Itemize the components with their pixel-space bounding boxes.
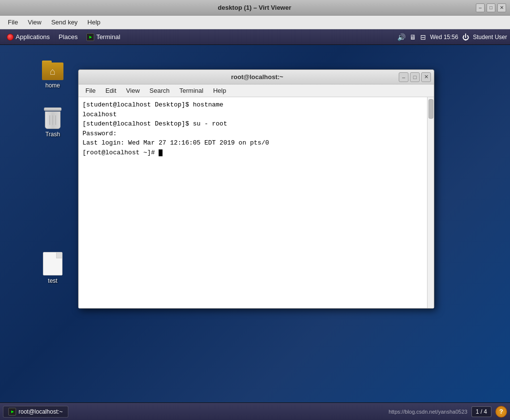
- taskbar-terminal-item[interactable]: ▶ root@localhost:~: [3, 406, 68, 418]
- menu-sendkey[interactable]: Send key: [47, 17, 82, 27]
- term-menu-search[interactable]: Search: [145, 86, 173, 95]
- volume-icon[interactable]: 🔊: [397, 33, 406, 41]
- terminal-label: Terminal: [96, 33, 120, 41]
- applications-label: Applications: [16, 33, 50, 41]
- terminal-titlebar: root@localhost:~ – □ ✕: [79, 70, 434, 84]
- terminal-window-controls: – □ ✕: [399, 72, 431, 82]
- term-menu-file[interactable]: File: [82, 86, 100, 95]
- taskbar-url: https://blog.csdn.net/yansha0523: [388, 409, 467, 415]
- desktop-icon-trash[interactable]: Trash: [33, 104, 72, 140]
- panel-terminal[interactable]: ▶ Terminal: [82, 32, 124, 42]
- panel-left: Applications Places ▶ Terminal: [3, 32, 124, 42]
- window-controls: – □ ✕: [476, 3, 506, 12]
- panel-right: 🔊 🖥 ⊟ Wed 15:56 ⏻ Student User: [397, 33, 507, 41]
- window-title: desktop (1) – Virt Viewer: [33, 4, 476, 11]
- terminal-content[interactable]: [student@localhost Desktop]$ hostname lo…: [79, 97, 434, 308]
- close-button[interactable]: ✕: [497, 3, 506, 12]
- terminal-menubar: File Edit View Search Terminal Help: [79, 84, 434, 97]
- home-icon-label: home: [45, 82, 60, 89]
- gnome-panel: Applications Places ▶ Terminal 🔊 🖥 ⊟ Wed…: [0, 29, 510, 45]
- terminal-scrollbar[interactable]: [427, 97, 434, 308]
- clock: Wed 15:56: [430, 34, 458, 41]
- term-menu-terminal[interactable]: Terminal: [176, 86, 207, 95]
- network-icon[interactable]: ⊟: [420, 33, 426, 41]
- menu-view[interactable]: View: [24, 17, 45, 27]
- menu-file[interactable]: File: [4, 17, 22, 27]
- title-bar: desktop (1) – Virt Viewer – □ ✕: [0, 0, 510, 16]
- trash-icon: [41, 105, 64, 129]
- taskbar: ▶ root@localhost:~ https://blog.csdn.net…: [0, 402, 510, 420]
- term-menu-view[interactable]: View: [122, 86, 143, 95]
- terminal-icon: ▶: [86, 33, 94, 41]
- applications-icon: [7, 34, 14, 41]
- panel-applications[interactable]: Applications: [3, 32, 54, 42]
- taskbar-terminal-label: root@localhost:~: [19, 408, 63, 415]
- taskbar-right: https://blog.csdn.net/yansha0523 1 / 4 ?: [388, 406, 507, 418]
- display-icon[interactable]: 🖥: [409, 33, 416, 41]
- menu-help[interactable]: Help: [83, 17, 104, 27]
- desktop-icon-test[interactable]: test: [33, 250, 72, 286]
- user-label: Student User: [473, 34, 507, 41]
- page-indicator: 1 / 4: [471, 406, 491, 417]
- panel-places[interactable]: Places: [55, 32, 82, 42]
- term-menu-help[interactable]: Help: [209, 86, 230, 95]
- taskbar-left: ▶ root@localhost:~: [3, 406, 68, 418]
- term-menu-edit[interactable]: Edit: [102, 86, 120, 95]
- terminal-maximize-button[interactable]: □: [410, 72, 420, 82]
- terminal-window-title: root@localhost:~: [116, 73, 399, 81]
- terminal-close-button[interactable]: ✕: [421, 72, 431, 82]
- desktop: ⌂ home Trash test: [0, 45, 510, 402]
- logout-icon[interactable]: ⏻: [462, 33, 469, 41]
- app-menu-bar: File View Send key Help: [0, 16, 510, 29]
- scrollbar-thumb[interactable]: [428, 99, 433, 119]
- minimize-button[interactable]: –: [476, 3, 485, 12]
- places-label: Places: [59, 33, 78, 41]
- help-button[interactable]: ?: [495, 406, 507, 418]
- terminal-minimize-button[interactable]: –: [399, 72, 408, 82]
- maximize-button[interactable]: □: [487, 3, 495, 12]
- trash-icon-label: Trash: [45, 131, 60, 138]
- house-symbol: ⌂: [50, 66, 56, 77]
- test-file-icon: [41, 252, 64, 275]
- taskbar-terminal-icon: ▶: [8, 408, 16, 416]
- desktop-icon-home[interactable]: ⌂ home: [33, 55, 72, 91]
- test-icon-label: test: [48, 277, 57, 284]
- terminal-window: root@localhost:~ – □ ✕ File Edit View Se…: [78, 69, 434, 309]
- terminal-output: [student@localhost Desktop]$ hostname lo…: [82, 100, 430, 157]
- home-folder-icon: ⌂: [41, 57, 64, 80]
- cursor: [159, 149, 163, 156]
